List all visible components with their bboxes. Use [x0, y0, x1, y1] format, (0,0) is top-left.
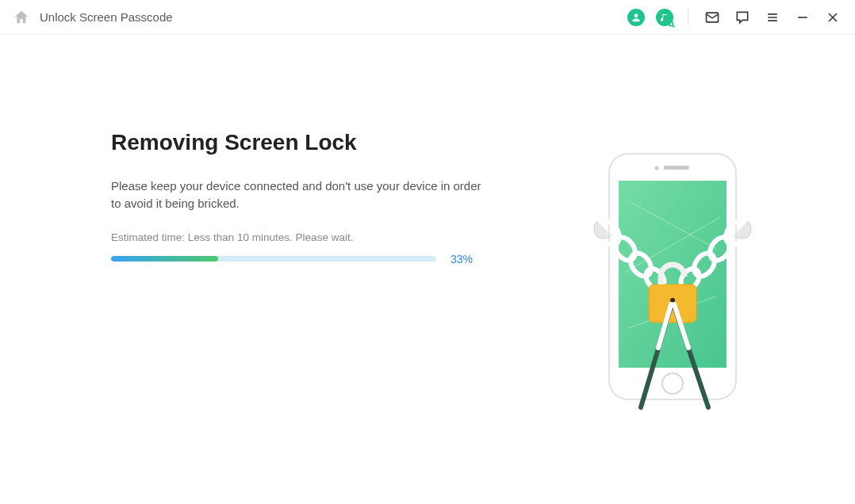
progress-percent-label: 33% [451, 253, 473, 265]
svg-point-0 [635, 13, 638, 17]
svg-point-1 [669, 21, 673, 25]
home-icon[interactable] [13, 9, 30, 26]
page-description: Please keep your device connected and do… [111, 178, 492, 212]
close-button[interactable] [823, 8, 842, 27]
menu-icon[interactable] [763, 8, 782, 27]
unlock-illustration [554, 146, 792, 415]
progress-row: 33% [111, 253, 506, 265]
header-divider [688, 9, 688, 26]
header-left: Unlock Screen Passcode [13, 9, 627, 26]
progress-fill [111, 256, 218, 262]
svg-rect-5 [664, 166, 689, 170]
music-transfer-icon[interactable] [656, 9, 673, 26]
progress-bar [111, 256, 436, 262]
header-right [627, 8, 842, 27]
svg-point-4 [655, 166, 659, 170]
mail-icon[interactable] [703, 8, 722, 27]
estimate-label: Estimated time: Less than 10 minutes. Pl… [111, 231, 506, 243]
minimize-button[interactable] [793, 8, 812, 27]
page-heading: Removing Screen Lock [111, 130, 506, 155]
feedback-icon[interactable] [733, 8, 752, 27]
header: Unlock Screen Passcode [0, 0, 855, 35]
content-left: Removing Screen Lock Please keep your de… [111, 130, 506, 415]
account-icon[interactable] [627, 9, 645, 26]
app-title: Unlock Screen Passcode [40, 10, 173, 24]
main-content: Removing Screen Lock Please keep your de… [0, 35, 855, 415]
